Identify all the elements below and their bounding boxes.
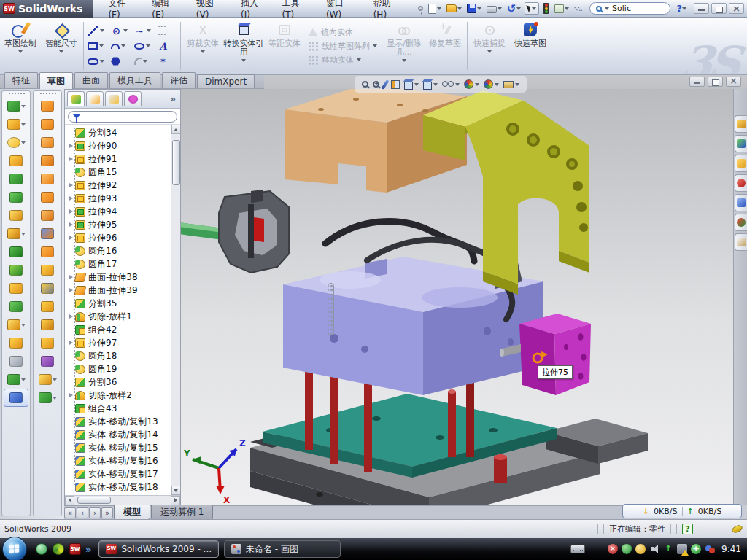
tree-item[interactable]: 实体-移动/复制17 bbox=[68, 467, 171, 481]
reference-geometry-button[interactable] bbox=[35, 370, 60, 389]
hole-wizard-button[interactable] bbox=[4, 206, 28, 225]
tree-vertical-scrollbar[interactable] bbox=[171, 125, 180, 495]
selection-box-button[interactable] bbox=[158, 26, 177, 35]
view-palette-tab[interactable] bbox=[735, 194, 747, 211]
tree-item[interactable]: 组合42 bbox=[68, 323, 171, 336]
move-entities-button[interactable]: 移动实体 bbox=[308, 54, 377, 66]
tree-item[interactable]: 实体-移动/复制14 bbox=[68, 428, 171, 441]
dropdown-caret-icon[interactable] bbox=[53, 378, 57, 381]
circle-button[interactable]: ⊙ bbox=[111, 26, 130, 36]
taskbar-button[interactable]: SWSolidWorks 2009 - ... bbox=[98, 540, 219, 558]
knit-surface-button[interactable] bbox=[35, 243, 60, 261]
addins-button[interactable]: ⸪.. bbox=[573, 3, 584, 14]
zoom-to-area-button[interactable] bbox=[373, 81, 379, 88]
antivirus-alert-icon[interactable]: × bbox=[608, 544, 618, 554]
tree-item[interactable]: 实体-移动/复制15 bbox=[68, 441, 171, 454]
tree-item[interactable]: 分割34 bbox=[68, 126, 171, 139]
tab-曲面[interactable]: 曲面 bbox=[74, 72, 108, 88]
network-warning-icon[interactable] bbox=[677, 544, 687, 554]
display-style-button[interactable] bbox=[423, 79, 438, 90]
tree-item[interactable]: 圆角17 bbox=[68, 257, 171, 271]
tree-item[interactable]: 曲面-拉伸39 bbox=[68, 284, 171, 297]
dropdown-caret-icon[interactable] bbox=[21, 141, 26, 144]
dropdown-caret-icon[interactable] bbox=[515, 83, 519, 86]
tree-item[interactable]: 组合43 bbox=[68, 402, 171, 415]
open-button[interactable] bbox=[445, 4, 463, 13]
menu-pin-icon[interactable] bbox=[417, 5, 425, 12]
tab-property-manager[interactable] bbox=[86, 91, 104, 106]
scroll-up-button[interactable] bbox=[171, 125, 181, 134]
tree-item[interactable]: 实体-移动/复制13 bbox=[68, 415, 171, 428]
help-caret-icon[interactable] bbox=[682, 7, 686, 10]
options-button[interactable] bbox=[553, 4, 570, 14]
file-explorer-tab[interactable] bbox=[735, 155, 747, 172]
document-close-button[interactable] bbox=[726, 77, 741, 87]
untrim-surface-button[interactable] bbox=[35, 298, 60, 316]
boundary-surface-button[interactable] bbox=[35, 170, 60, 188]
tab-configuration-manager[interactable] bbox=[105, 91, 123, 106]
tab-评估[interactable]: 评估 bbox=[162, 72, 196, 88]
appearances-tab[interactable] bbox=[735, 214, 747, 231]
expander-icon[interactable] bbox=[68, 209, 74, 215]
revolved-surface-button[interactable] bbox=[35, 115, 60, 133]
save-button[interactable] bbox=[465, 3, 483, 14]
expander-icon[interactable] bbox=[68, 222, 74, 228]
repair-sketch-button[interactable]: 修复草图 bbox=[425, 18, 465, 74]
tree-horizontal-scrollbar[interactable] bbox=[65, 495, 180, 505]
tree-item[interactable]: 切除-放样2 bbox=[68, 389, 171, 402]
combine-button[interactable] bbox=[4, 243, 28, 261]
taskbar-button[interactable]: 未命名 - 画图 bbox=[224, 540, 341, 558]
dropdown-caret-icon[interactable] bbox=[475, 83, 479, 86]
sketch-fillet-button[interactable] bbox=[134, 58, 153, 65]
offset-surface-button[interactable] bbox=[35, 188, 60, 206]
display-delete-relations-button[interactable]: 显示/删除几... bbox=[384, 18, 425, 74]
slot-button[interactable] bbox=[88, 58, 107, 65]
tree-item[interactable]: 分割35 bbox=[68, 297, 171, 310]
line-button[interactable] bbox=[88, 26, 107, 36]
edit-appearance-button[interactable] bbox=[464, 79, 479, 89]
design-library-tab[interactable] bbox=[735, 135, 747, 152]
plane-button[interactable] bbox=[4, 334, 28, 352]
dropdown-caret-icon[interactable] bbox=[414, 83, 419, 86]
sheet-nav-button-1[interactable]: ‹ bbox=[77, 508, 88, 518]
horizontal-scroll-thumb[interactable] bbox=[77, 497, 111, 504]
document-restore-button[interactable] bbox=[708, 77, 723, 87]
messenger-icon[interactable] bbox=[36, 543, 47, 555]
solidworks-launcher-icon[interactable]: SW bbox=[69, 543, 81, 555]
instant3d-button[interactable] bbox=[4, 389, 28, 407]
document-minimize-button[interactable] bbox=[689, 77, 705, 87]
sheet-nav-button-3[interactable]: » bbox=[101, 508, 113, 518]
tab-模具工具[interactable]: 模具工具 bbox=[109, 72, 160, 88]
extruded-cut-button[interactable] bbox=[4, 115, 28, 133]
expander-icon[interactable] bbox=[68, 392, 74, 399]
swept-surface-button[interactable] bbox=[35, 133, 60, 152]
expander-icon[interactable] bbox=[68, 182, 74, 189]
zoom-to-fit-button[interactable] bbox=[362, 81, 368, 88]
tab-motion-study[interactable]: 运动算例 1 bbox=[151, 505, 213, 520]
scroll-right-button[interactable] bbox=[171, 496, 180, 505]
shell-button[interactable] bbox=[4, 170, 28, 188]
convert-entities-button[interactable]: 转换实体引用 bbox=[223, 18, 264, 74]
lofted-surface-button[interactable] bbox=[35, 152, 60, 170]
tab-特征[interactable]: 特征 bbox=[4, 72, 38, 88]
rapid-sketch-button[interactable]: 快速草图 bbox=[510, 18, 551, 74]
expander-icon[interactable] bbox=[68, 143, 74, 149]
trim-entities-button[interactable]: 剪裁实体 bbox=[182, 18, 223, 74]
tree-filter-input[interactable] bbox=[68, 111, 177, 122]
dropdown-caret-icon[interactable] bbox=[21, 324, 26, 327]
solidworks-search-tab[interactable] bbox=[735, 174, 747, 192]
dropdown-caret-icon[interactable] bbox=[21, 233, 26, 236]
search-input[interactable]: Solic bbox=[612, 4, 664, 13]
point-button[interactable]: * bbox=[158, 56, 177, 67]
bodies-button[interactable] bbox=[4, 279, 28, 298]
tree-item[interactable]: 拉伸93 bbox=[68, 192, 171, 205]
tree-item[interactable]: 分割36 bbox=[68, 376, 171, 389]
start-button[interactable] bbox=[2, 537, 27, 560]
minimize-button[interactable] bbox=[694, 3, 709, 14]
dropdown-caret-icon[interactable] bbox=[433, 83, 438, 86]
tree-item[interactable]: 拉伸92 bbox=[68, 179, 171, 192]
tree-item[interactable]: 实体-移动/复制18 bbox=[68, 481, 171, 494]
tab-model[interactable]: 模型 bbox=[114, 505, 150, 520]
quick-snaps-button[interactable]: 快速捕捉 bbox=[469, 18, 510, 74]
linear-sketch-pattern-button[interactable]: 线性草图阵列 bbox=[308, 40, 377, 52]
